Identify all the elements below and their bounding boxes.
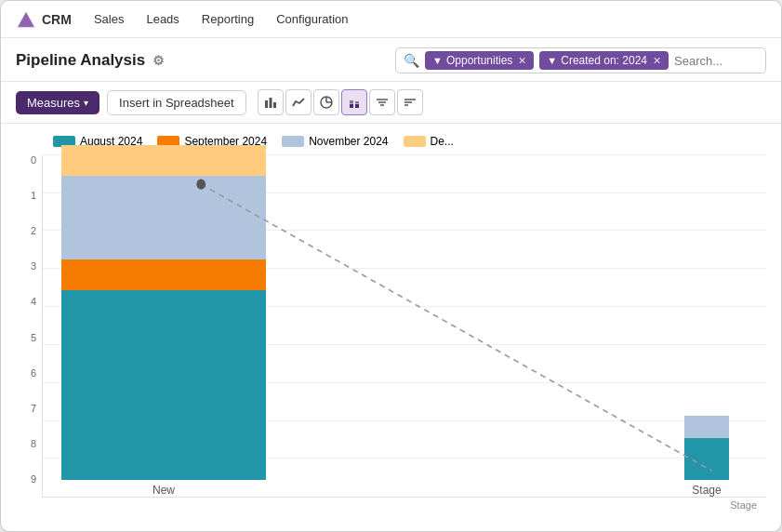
app-window: CRM Sales Leads Reporting Configuration … (0, 0, 782, 532)
nav-logo-text: CRM (42, 12, 72, 27)
search-input[interactable] (674, 54, 758, 68)
svg-rect-9 (350, 100, 353, 104)
filter-chip-created: ▼ Created on: 2024 ✕ (539, 51, 669, 70)
bar-segment-new-sep (61, 259, 266, 290)
pie-chart-icon (320, 96, 333, 109)
nav-sales[interactable]: Sales (90, 10, 128, 28)
chart-plot: New Stage (42, 155, 766, 498)
legend-color-nov (282, 136, 304, 147)
bar-chart-button[interactable] (258, 89, 284, 115)
filter-icon (376, 96, 389, 109)
svg-rect-3 (269, 98, 272, 108)
svg-rect-11 (355, 101, 359, 104)
nav-leads[interactable]: Leads (142, 10, 182, 28)
bar-chart-icon (264, 96, 277, 109)
page-title-area: Pipeline Analysis ⚙ (16, 51, 165, 70)
svg-rect-10 (355, 104, 359, 108)
search-container: 🔍 ▼ Opportunities ✕ ▼ Created on: 2024 ✕ (395, 47, 766, 73)
y-tick-1: 1 (31, 191, 36, 201)
y-tick-4: 4 (31, 297, 36, 307)
chip-label-opp: Opportunities (446, 54, 512, 67)
bar-group-new: New (61, 145, 266, 497)
chip-close-opp[interactable]: ✕ (518, 55, 526, 67)
pie-chart-button[interactable] (313, 89, 339, 115)
bar-segment-stage-aug (684, 438, 729, 480)
filter-button[interactable] (369, 89, 395, 115)
y-tick-2: 2 (31, 226, 36, 236)
chart-container: 9 8 7 6 5 4 3 2 1 0 (16, 155, 766, 511)
insert-spreadsheet-button[interactable]: Insert in Spreadsheet (107, 90, 246, 115)
bar-segment-new-aug (61, 290, 266, 480)
y-axis: 9 8 7 6 5 4 3 2 1 0 (16, 155, 42, 511)
nav-reporting[interactable]: Reporting (198, 10, 258, 28)
x-axis-title-area: Stage (42, 498, 766, 511)
funnel-icon-2: ▼ (547, 55, 557, 66)
line-chart-button[interactable] (285, 89, 311, 115)
search-icon: 🔍 (404, 53, 419, 68)
x-label-new: New (152, 484, 175, 497)
bar-segment-new-nov (61, 176, 266, 259)
bar-group-stage: Stage (684, 416, 729, 498)
legend-label-dec: De... (431, 135, 454, 148)
funnel-icon-1: ▼ (432, 55, 443, 66)
measures-label: Measures (27, 96, 80, 110)
y-tick-7: 7 (31, 404, 36, 414)
measures-button[interactable]: Measures ▾ (16, 91, 99, 114)
legend-item-nov: November 2024 (282, 135, 388, 148)
y-tick-9: 9 (31, 474, 36, 485)
page-title: Pipeline Analysis (16, 51, 145, 70)
svg-rect-4 (273, 102, 276, 108)
nav-logo: CRM (16, 9, 72, 30)
svg-rect-8 (350, 104, 353, 108)
chart-area: August 2024 September 2024 November 2024… (1, 124, 781, 531)
view-icons-group (258, 89, 423, 115)
title-bar: Pipeline Analysis ⚙ 🔍 ▼ Opportunities ✕ … (1, 38, 781, 82)
legend-item-dec: De... (404, 135, 454, 148)
filter-chip-opportunities: ▼ Opportunities ✕ (425, 51, 534, 70)
line-chart-icon (292, 96, 305, 109)
y-tick-8: 8 (31, 439, 36, 449)
stacked-bar-stage (684, 416, 729, 481)
legend-label-nov: November 2024 (309, 135, 388, 148)
bar-segment-stage-nov (684, 416, 729, 439)
nav-bar: CRM Sales Leads Reporting Configuration (1, 1, 781, 38)
crm-logo-icon (16, 9, 36, 30)
toolbar: Measures ▾ Insert in Spreadsheet (1, 82, 781, 124)
svg-rect-2 (265, 100, 268, 108)
caret-icon: ▾ (84, 98, 88, 108)
stacked-bar-new (61, 145, 266, 480)
y-tick-0: 0 (31, 155, 36, 166)
x-label-stage: Stage (692, 484, 721, 497)
chart-body: New Stage (42, 155, 766, 511)
nav-configuration[interactable]: Configuration (272, 10, 351, 28)
legend-color-dec (404, 136, 426, 147)
chip-close-created[interactable]: ✕ (653, 55, 661, 67)
y-tick-5: 5 (31, 333, 36, 343)
y-tick-3: 3 (31, 261, 36, 272)
x-axis-title: Stage (730, 499, 757, 511)
settings-gear-icon[interactable]: ⚙ (152, 53, 165, 68)
bar-segment-new-dec (61, 145, 266, 176)
y-tick-6: 6 (31, 368, 36, 379)
chip-label-created: Created on: 2024 (561, 54, 647, 67)
sort-icon (404, 96, 417, 109)
nav-items: Sales Leads Reporting Configuration (90, 10, 352, 28)
sort-button[interactable] (397, 89, 423, 115)
bars-row: New Stage (43, 155, 766, 497)
stacked-bar-icon (348, 96, 361, 109)
stacked-bar-button[interactable] (341, 89, 367, 115)
